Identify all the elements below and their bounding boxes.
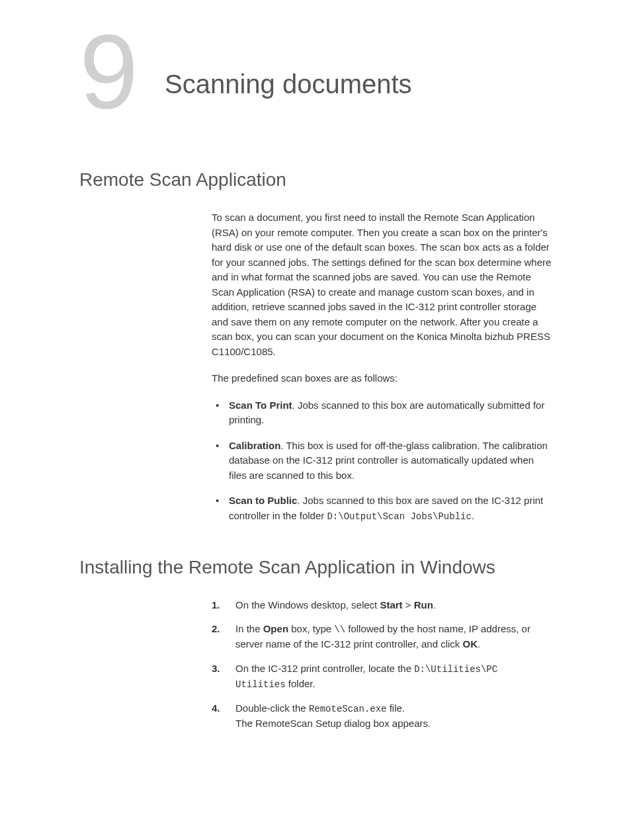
ui-open: Open	[263, 623, 288, 634]
step-text-a: In the	[235, 623, 263, 634]
step-number: 2.	[212, 622, 220, 637]
chapter-number: 9	[79, 26, 138, 116]
list-item: Scan to Public. Jobs scanned to this box…	[212, 493, 552, 524]
step-item: 3. On the IC-312 print controller, locat…	[212, 661, 552, 692]
separator: >	[403, 599, 414, 610]
ui-ok: OK	[463, 638, 478, 650]
section-content: To scan a document, you first need to in…	[212, 210, 552, 524]
step-text: On the Windows desktop, select	[235, 599, 380, 610]
step-text-b: box, type	[288, 623, 334, 634]
section-installing-rsa-windows: Installing the Remote Scan Application i…	[79, 557, 552, 732]
step-text-a: Double-click the	[235, 702, 309, 714]
ui-run: Run	[414, 599, 433, 610]
section-heading: Remote Scan Application	[79, 169, 552, 190]
step-end: .	[433, 599, 436, 610]
scan-box-list: Scan To Print. Jobs scanned to this box …	[212, 398, 552, 524]
section-heading: Installing the Remote Scan Application i…	[79, 557, 552, 578]
step-item: 1. On the Windows desktop, select Start …	[212, 598, 552, 613]
ui-start: Start	[380, 599, 402, 610]
step-end: .	[478, 638, 480, 650]
intro-paragraph: To scan a document, you first need to in…	[212, 210, 552, 359]
step-number: 3.	[212, 661, 220, 677]
item-title: Scan To Print	[229, 399, 292, 411]
item-title: Calibration	[229, 440, 280, 451]
step-file: RemoteScan.exe	[309, 704, 387, 714]
predefined-intro: The predefined scan boxes are as follows…	[212, 371, 552, 386]
list-item: Calibration. This box is used for off-th…	[212, 439, 552, 483]
section-remote-scan-application: Remote Scan Application To scan a docume…	[79, 169, 552, 524]
step-number: 1.	[212, 598, 220, 613]
step-text-a: On the IC-312 print controller, locate t…	[235, 663, 414, 674]
step-number: 4.	[212, 701, 220, 716]
item-desc-b: .	[472, 510, 474, 521]
step-item: 2. In the Open box, type \\ followed by …	[212, 622, 552, 652]
item-title: Scan to Public	[229, 495, 297, 506]
item-path: D:\Output\Scan Jobs\Public	[327, 511, 471, 522]
section-content: 1. On the Windows desktop, select Start …	[212, 598, 552, 732]
chapter-title: Scanning documents	[165, 69, 412, 99]
step-item: 4. Double-click the RemoteScan.exe file.…	[212, 701, 552, 732]
chapter-header: 9 Scanning documents	[79, 33, 552, 116]
step-text-b: file.	[387, 702, 405, 714]
step-mono: \\	[334, 624, 345, 635]
step-text-b: folder.	[286, 678, 316, 689]
install-steps: 1. On the Windows desktop, select Start …	[212, 598, 552, 732]
list-item: Scan To Print. Jobs scanned to this box …	[212, 398, 552, 428]
step-result: The RemoteScan Setup dialog box appears.	[235, 718, 431, 729]
